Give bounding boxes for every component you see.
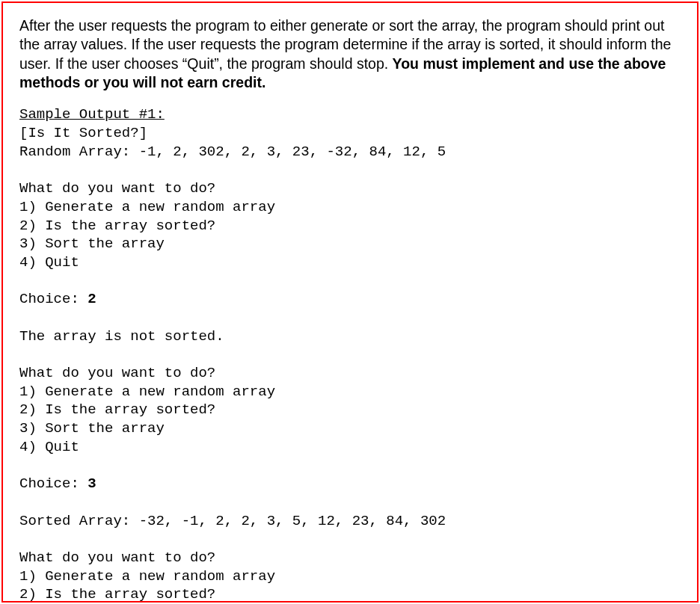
intro-array: [Is It Sorted?] Random Array: -1, 2, 302… (19, 125, 446, 160)
response-1: The array is not sorted. (19, 328, 224, 345)
choice-label-1: Choice: (19, 291, 88, 307)
sample-output-block: Sample Output #1: [Is It Sorted?] Random… (19, 105, 681, 604)
response-2: Sorted Array: -32, -1, 2, 2, 3, 5, 12, 2… (19, 513, 446, 529)
choice-value-2: 3 (88, 475, 96, 492)
choice-value-1: 2 (88, 291, 96, 307)
document-container: After the user requests the program to e… (1, 1, 699, 603)
menu-3: What do you want to do? 1) Generate a ne… (19, 549, 275, 604)
sample-output-header: Sample Output #1: (19, 106, 165, 123)
choice-label-2: Choice: (19, 475, 88, 492)
menu-1: What do you want to do? 1) Generate a ne… (19, 180, 275, 271)
menu-2: What do you want to do? 1) Generate a ne… (19, 365, 275, 455)
instructions-paragraph: After the user requests the program to e… (19, 16, 681, 92)
